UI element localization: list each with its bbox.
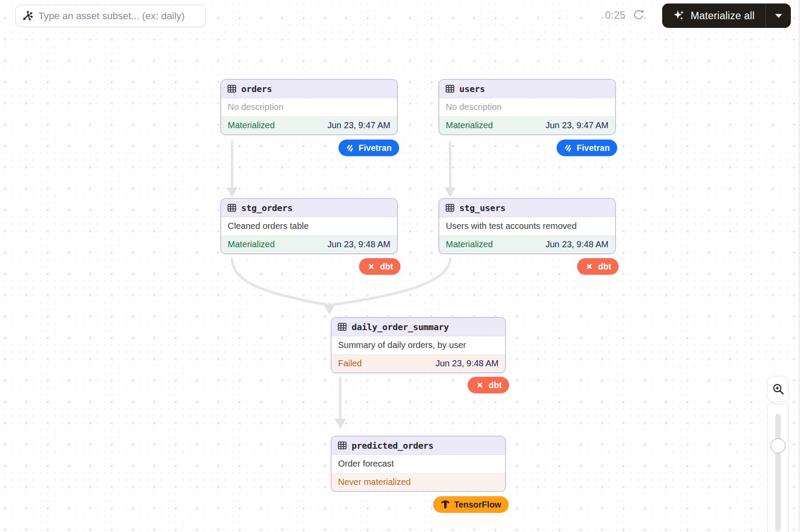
asset-node-stg-orders[interactable]: stg_orders Cleaned orders table Material… <box>220 198 398 254</box>
fivetran-icon <box>564 143 573 152</box>
asset-graph-canvas[interactable]: { "toolbar": { "search_placeholder": "Ty… <box>0 0 800 532</box>
asset-node-daily-order-summary[interactable]: daily_order_summary Summary of daily ord… <box>331 317 506 373</box>
tensorflow-badge[interactable]: TensorFlow <box>433 496 509 513</box>
dbt-icon <box>366 262 376 271</box>
dbt-icon <box>585 262 594 271</box>
asset-title: predicted_orders <box>352 440 434 451</box>
asset-description: Cleaned orders table <box>221 217 397 235</box>
asset-node-orders[interactable]: orders No description Materialized Jun 2… <box>220 79 398 135</box>
zoom-in-icon <box>772 382 785 396</box>
asset-description: No description <box>221 98 397 116</box>
dbt-badge[interactable]: dbt <box>577 258 619 275</box>
asset-status-row: Failed Jun 23, 9:48 AM <box>332 355 505 372</box>
fivetran-icon <box>346 143 355 152</box>
zoom-in-button[interactable] <box>767 376 789 402</box>
status-badge: Never materialized <box>338 477 411 487</box>
table-icon <box>445 84 455 93</box>
zoom-slider-panel <box>767 404 789 532</box>
asset-description: No description <box>439 98 615 116</box>
status-timestamp: Jun 23, 9:48 AM <box>545 239 609 249</box>
status-timestamp: Jun 23, 9:48 AM <box>435 358 499 368</box>
asset-node-users[interactable]: users No description Materialized Jun 23… <box>438 79 616 135</box>
status-timestamp: Jun 23, 9:48 AM <box>327 239 390 249</box>
fivetran-badge[interactable]: Fivetran <box>557 140 617 156</box>
asset-status-row: Materialized Jun 23, 9:47 AM <box>439 116 615 134</box>
status-badge: Materialized <box>446 239 493 249</box>
badge-label: Fivetran <box>359 143 392 153</box>
asset-node-header: stg_users <box>439 199 615 217</box>
badge-label: dbt <box>380 262 393 272</box>
table-icon <box>445 203 455 212</box>
table-icon <box>227 203 236 212</box>
asset-title: stg_users <box>459 203 506 213</box>
asset-description: Order forecast <box>332 455 505 473</box>
status-badge: Materialized <box>228 239 275 249</box>
status-badge: Materialized <box>446 120 493 130</box>
asset-node-stg-users[interactable]: stg_users Users with test accounts remov… <box>438 198 616 254</box>
status-timestamp: Jun 23, 9:47 AM <box>545 120 609 130</box>
asset-node-header: orders <box>221 80 397 98</box>
status-badge: Failed <box>338 358 362 368</box>
badge-label: Fivetran <box>577 143 610 153</box>
asset-description: Summary of daily orders, by user <box>332 336 505 355</box>
table-icon <box>227 84 236 93</box>
asset-title: orders <box>241 84 272 94</box>
zoom-slider-thumb[interactable] <box>770 438 786 454</box>
asset-node-header: predicted_orders <box>332 437 505 455</box>
asset-status-row: Materialized Jun 23, 9:47 AM <box>221 116 397 134</box>
asset-title: stg_orders <box>241 203 292 213</box>
tensorflow-icon <box>441 500 450 509</box>
status-timestamp: Jun 23, 9:47 AM <box>327 120 390 130</box>
badge-label: TensorFlow <box>454 500 501 510</box>
asset-node-header: users <box>439 80 615 98</box>
asset-title: users <box>459 84 485 94</box>
badge-label: dbt <box>489 380 502 390</box>
asset-title: daily_order_summary <box>352 322 449 332</box>
asset-status-row: Materialized Jun 23, 9:48 AM <box>221 235 397 253</box>
asset-description: Users with test accounts removed <box>439 217 615 235</box>
status-badge: Materialized <box>228 120 275 130</box>
zoom-slider-track[interactable] <box>775 414 781 532</box>
badge-label: dbt <box>598 262 611 272</box>
asset-status-row: Materialized Jun 23, 9:48 AM <box>439 235 615 253</box>
table-icon <box>338 441 347 450</box>
asset-status-row: Never materialized <box>332 473 505 491</box>
asset-node-header: stg_orders <box>221 199 397 217</box>
table-icon <box>338 322 347 331</box>
dbt-badge[interactable]: dbt <box>359 258 400 275</box>
asset-node-header: daily_order_summary <box>332 318 505 336</box>
fivetran-badge[interactable]: Fivetran <box>338 140 399 156</box>
asset-node-predicted-orders[interactable]: predicted_orders Order forecast Never ma… <box>331 436 506 492</box>
dbt-badge[interactable]: dbt <box>468 377 509 393</box>
dbt-icon <box>475 380 485 390</box>
